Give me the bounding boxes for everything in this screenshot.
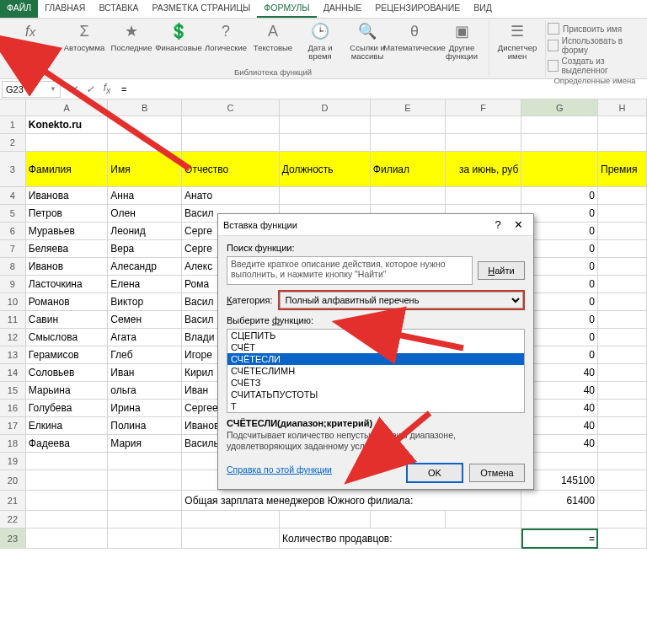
cell[interactable]: Агата — [108, 329, 182, 346]
cell[interactable]: Филиал — [371, 152, 446, 187]
math-button[interactable]: θМатематические — [391, 20, 438, 67]
row-header[interactable]: 7 — [0, 240, 26, 258]
cell[interactable]: Отчество — [182, 152, 280, 187]
cell[interactable]: Марьина — [26, 382, 108, 400]
dialog-titlebar[interactable]: Вставка функции ? ✕ — [218, 214, 533, 236]
column-header[interactable]: D — [280, 99, 371, 115]
cell[interactable] — [598, 205, 647, 223]
cell[interactable]: ольга — [108, 382, 182, 400]
cell[interactable] — [280, 511, 371, 529]
cell[interactable] — [598, 400, 647, 417]
cell[interactable]: Вера — [108, 240, 182, 258]
cell[interactable] — [598, 329, 647, 346]
cell[interactable]: Муравьев — [26, 223, 108, 240]
cell[interactable]: Анна — [108, 187, 182, 205]
cell[interactable] — [521, 116, 598, 134]
cell[interactable] — [598, 311, 647, 329]
datetime-button[interactable]: 🕒Дата и время — [297, 20, 344, 67]
row-header[interactable]: 13 — [0, 346, 26, 364]
row-header[interactable]: 16 — [0, 400, 26, 417]
function-list-item[interactable]: СЦЕПИТЬ — [227, 330, 524, 341]
row-header[interactable]: 1 — [0, 116, 26, 134]
tab-file[interactable]: ФАЙЛ — [0, 0, 38, 18]
financial-button[interactable]: 💲Финансовые — [155, 20, 202, 67]
row-header[interactable]: 15 — [0, 382, 26, 400]
cell[interactable] — [371, 134, 446, 152]
cell[interactable]: Романов — [26, 293, 108, 311]
cell[interactable] — [280, 134, 371, 152]
cell[interactable]: Анато — [182, 187, 280, 205]
find-button[interactable]: Найти — [478, 261, 525, 280]
cell[interactable] — [598, 364, 647, 382]
cell[interactable]: Елкина — [26, 417, 108, 435]
define-name-button[interactable]: Присвоить имя — [548, 22, 642, 35]
function-list-item[interactable]: СЧЁТЕСЛИ — [227, 353, 524, 365]
cell[interactable] — [182, 511, 280, 529]
create-from-selection-button[interactable]: Создать из выделенног — [548, 56, 642, 76]
cell[interactable] — [280, 187, 371, 205]
cell[interactable] — [521, 134, 598, 152]
cell[interactable] — [598, 417, 647, 435]
function-list-item[interactable]: СЧЁТ — [227, 341, 524, 353]
cell[interactable] — [182, 529, 280, 549]
cell[interactable] — [598, 223, 647, 240]
cell[interactable] — [446, 511, 522, 529]
tab-рецензирование[interactable]: РЕЦЕНЗИРОВАНИЕ — [368, 0, 467, 18]
row-header[interactable]: 22 — [0, 511, 26, 529]
use-in-formula-button[interactable]: Использовать в форму — [548, 35, 642, 56]
cell[interactable]: Мария — [108, 435, 182, 453]
cell[interactable]: 0 — [521, 187, 598, 205]
name-box[interactable]: G23▼ — [2, 81, 61, 98]
cell[interactable]: Должность — [280, 152, 371, 187]
cell[interactable]: Konekto.ru — [26, 116, 108, 134]
cell[interactable]: Олен — [108, 205, 182, 223]
row-header[interactable]: 6 — [0, 223, 26, 240]
row-header[interactable]: 9 — [0, 276, 26, 293]
column-header[interactable]: B — [108, 99, 182, 115]
cell[interactable] — [26, 470, 109, 491]
cell[interactable] — [108, 511, 182, 529]
cell[interactable]: Иванова — [26, 187, 108, 205]
row-header[interactable]: 8 — [0, 258, 26, 276]
column-header[interactable]: G — [521, 99, 598, 115]
cell[interactable] — [26, 134, 108, 152]
cell[interactable] — [108, 453, 182, 470]
cell[interactable]: Глеб — [108, 346, 182, 364]
row-header[interactable]: 3 — [0, 152, 26, 187]
text-button[interactable]: AТекстовые — [249, 20, 297, 67]
cancel-button[interactable]: Отмена — [469, 464, 525, 482]
cell[interactable] — [182, 134, 280, 152]
cell[interactable] — [598, 276, 647, 293]
cell[interactable]: Полина — [108, 417, 182, 435]
accept-formula-button[interactable]: ✓ — [83, 82, 98, 97]
row-header[interactable]: 14 — [0, 364, 26, 382]
column-header[interactable]: E — [371, 99, 446, 115]
cell[interactable] — [108, 134, 182, 152]
column-header[interactable]: F — [446, 99, 522, 115]
function-list-item[interactable]: СЧЁТЗ — [227, 377, 524, 389]
cell[interactable]: Леонид — [108, 223, 182, 240]
cell[interactable] — [598, 453, 647, 470]
column-header[interactable]: A — [26, 99, 108, 115]
cell[interactable] — [446, 116, 522, 134]
cell[interactable] — [108, 491, 182, 511]
tab-разметка страницы[interactable]: РАЗМЕТКА СТРАНИЦЫ — [145, 0, 257, 18]
cell[interactable] — [26, 453, 108, 470]
cell[interactable] — [598, 293, 647, 311]
help-button[interactable]: ? — [488, 218, 508, 231]
cell[interactable]: Голубева — [26, 400, 108, 417]
cell[interactable]: Семен — [108, 311, 182, 329]
row-header[interactable]: 2 — [0, 134, 26, 152]
cell[interactable] — [182, 116, 280, 134]
cell[interactable]: Петров — [26, 205, 108, 223]
cell[interactable]: Иванов — [26, 258, 108, 276]
tab-формулы[interactable]: ФОРМУЛЫ — [257, 0, 316, 18]
row-header[interactable]: 21 — [0, 491, 26, 511]
cell[interactable] — [108, 470, 182, 491]
recent-button[interactable]: ★Последние — [108, 20, 155, 67]
cell[interactable] — [598, 470, 647, 491]
more-functions-button[interactable]: ▣Другие функции — [438, 20, 485, 67]
cell[interactable] — [598, 258, 647, 276]
cell[interactable] — [598, 116, 647, 134]
cell[interactable]: Алесандр — [108, 258, 182, 276]
